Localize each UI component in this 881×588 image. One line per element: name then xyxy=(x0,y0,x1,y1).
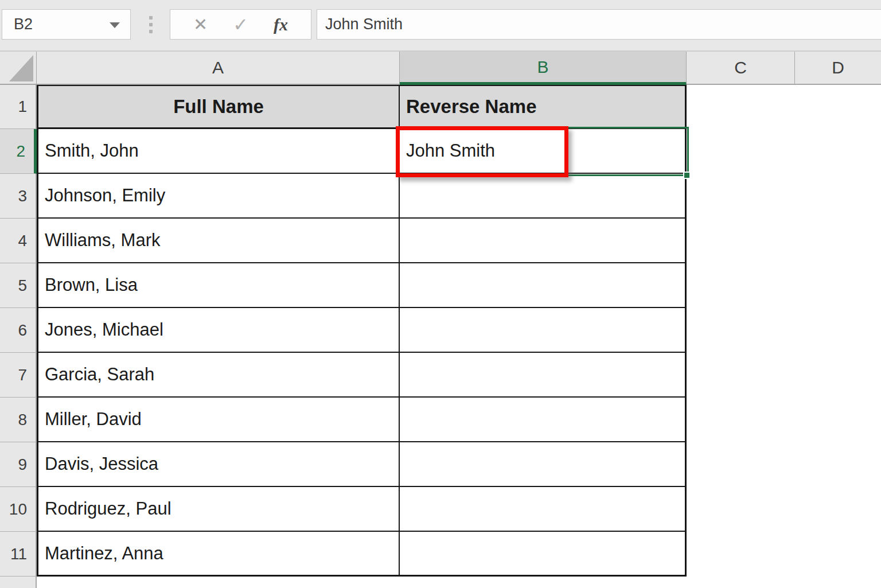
spreadsheet-app: B2 ✕ ✓ fx John Smith A B C D 1 Full Name… xyxy=(0,0,881,588)
cell-A8[interactable]: Miller, David xyxy=(37,398,400,442)
row-header-2[interactable]: 2 xyxy=(0,129,37,174)
chevron-down-icon[interactable] xyxy=(110,22,120,28)
cell-B7[interactable] xyxy=(400,353,687,398)
row-header-11[interactable]: 11 xyxy=(0,532,37,577)
row-header-8[interactable]: 8 xyxy=(0,398,37,442)
row-header-4[interactable]: 4 xyxy=(0,219,37,263)
cell-B8[interactable] xyxy=(400,398,687,442)
cell-B6[interactable] xyxy=(400,308,687,353)
cancel-icon[interactable]: ✕ xyxy=(193,14,208,34)
column-header-C[interactable]: C xyxy=(687,52,795,85)
cell-B10[interactable] xyxy=(400,487,687,532)
cell-A11[interactable]: Martinez, Anna xyxy=(37,532,400,577)
vertical-dots-icon[interactable] xyxy=(146,9,156,40)
column-header-B[interactable]: B xyxy=(400,52,687,85)
row-header-7[interactable]: 7 xyxy=(0,353,37,398)
row-header-5[interactable]: 5 xyxy=(0,263,37,308)
cell-A5[interactable]: Brown, Lisa xyxy=(37,263,400,308)
cell-B3[interactable] xyxy=(400,174,687,219)
worksheet-grid: A B C D 1 Full Name Reverse Name 2 Smith… xyxy=(0,52,881,588)
cell-A10[interactable]: Rodriguez, Paul xyxy=(37,487,400,532)
cell-A3[interactable]: Johnson, Emily xyxy=(37,174,400,219)
column-header-D[interactable]: D xyxy=(795,52,881,85)
row-header-6[interactable]: 6 xyxy=(0,308,37,353)
select-all-triangle-icon xyxy=(9,55,33,81)
formula-bar-value: John Smith xyxy=(317,15,403,33)
column-header-A[interactable]: A xyxy=(37,52,400,85)
fill-handle[interactable] xyxy=(683,172,691,179)
cell-A6[interactable]: Jones, Michael xyxy=(37,308,400,353)
cell-A2[interactable]: Smith, John xyxy=(37,129,400,174)
select-all-button[interactable] xyxy=(0,52,37,85)
cell-A1[interactable]: Full Name xyxy=(37,85,400,129)
formula-toolbar: B2 ✕ ✓ fx John Smith xyxy=(0,0,881,52)
row-header-3[interactable]: 3 xyxy=(0,174,37,219)
row-header-12-partial[interactable] xyxy=(0,577,37,588)
row-header-9[interactable]: 9 xyxy=(0,442,37,487)
cell-B11[interactable] xyxy=(400,532,687,577)
formula-bar-input[interactable]: John Smith xyxy=(317,9,881,40)
insert-function-icon[interactable]: fx xyxy=(274,15,288,34)
cell-B5[interactable] xyxy=(400,263,687,308)
cell-B2[interactable]: John Smith xyxy=(400,129,687,174)
name-box[interactable]: B2 xyxy=(2,9,131,40)
cell-A7[interactable]: Garcia, Sarah xyxy=(37,353,400,398)
enter-icon[interactable]: ✓ xyxy=(233,14,248,36)
cell-B4[interactable] xyxy=(400,219,687,263)
cell-B1[interactable]: Reverse Name xyxy=(400,85,687,129)
cell-B9[interactable] xyxy=(400,442,687,487)
name-box-value: B2 xyxy=(2,15,33,33)
row-header-10[interactable]: 10 xyxy=(0,487,37,532)
cell-A4[interactable]: Williams, Mark xyxy=(37,219,400,263)
row-header-1[interactable]: 1 xyxy=(0,85,37,129)
formula-buttons-group: ✕ ✓ fx xyxy=(170,9,311,40)
cell-A9[interactable]: Davis, Jessica xyxy=(37,442,400,487)
